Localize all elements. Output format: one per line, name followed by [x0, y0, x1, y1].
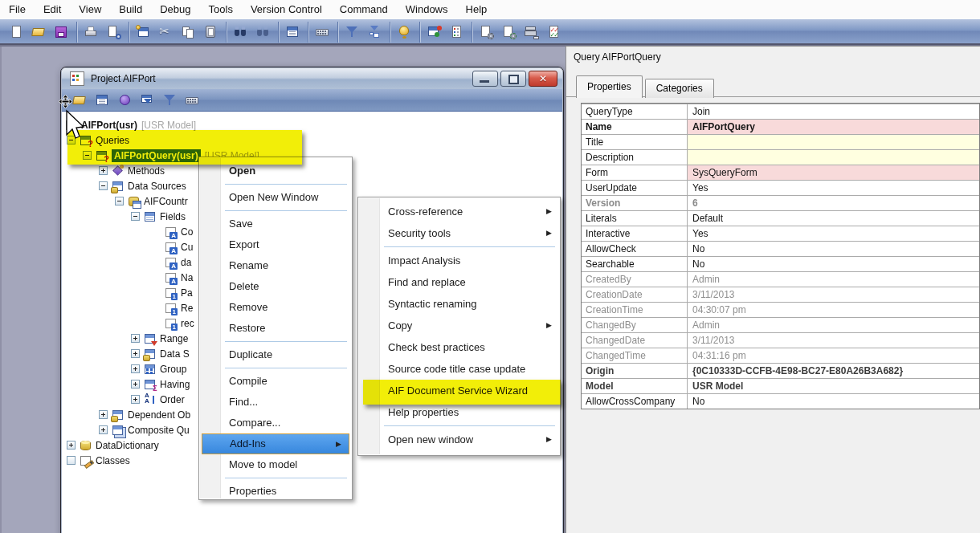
copy-button[interactable] [178, 22, 198, 43]
menu-item-remove[interactable]: Remove [200, 297, 351, 318]
alert-button[interactable] [390, 22, 414, 43]
menu-item-add-ins[interactable]: Add-Ins ▶ [202, 433, 349, 454]
paste-button[interactable] [200, 22, 221, 43]
submenu-item-copy[interactable]: Copy ▶ [359, 315, 559, 336]
server-queue-button[interactable] [521, 22, 541, 43]
expand-toggle-icon[interactable] [67, 441, 76, 450]
property-row[interactable]: CreationTime 04:30:07 pm [582, 302, 979, 317]
best-practices-button[interactable] [543, 22, 564, 43]
menu-version-control[interactable]: Version Control [242, 0, 331, 15]
submenu-item-impact-analysis[interactable]: Impact Analysis [359, 250, 559, 271]
print-preview-button[interactable] [103, 22, 124, 43]
menu-command[interactable]: Command [331, 0, 397, 15]
expand-toggle-icon[interactable] [99, 181, 108, 190]
filter-button[interactable] [337, 22, 362, 43]
expand-toggle-icon[interactable] [131, 212, 140, 221]
submenu-item-help-properties[interactable]: Help properties [359, 401, 559, 423]
property-row[interactable]: CreatedBy Admin [582, 271, 979, 287]
editor-button[interactable] [278, 22, 303, 43]
menu-item-move-to-model[interactable]: Move to model [200, 454, 351, 475]
property-row[interactable]: Name AIFPortQuery [582, 119, 979, 134]
keyboard-button[interactable] [308, 22, 333, 43]
menu-item-open-new-window[interactable]: Open New Window [200, 187, 351, 208]
menu-item-find[interactable]: Find... [200, 392, 351, 413]
expand-toggle-icon[interactable] [131, 380, 140, 389]
open-button[interactable] [28, 22, 49, 43]
properties-list-button[interactable] [446, 22, 467, 43]
proj-keyboard-button[interactable] [182, 90, 202, 111]
close-button[interactable] [529, 71, 557, 87]
debugger-button[interactable] [419, 22, 444, 43]
proj-compile-button[interactable] [114, 90, 135, 111]
submenu-item-source-code-title-case-update[interactable]: Source code title case update [359, 358, 559, 380]
property-row[interactable]: Description [582, 149, 979, 165]
property-row[interactable]: Version 6 [582, 195, 979, 210]
property-row[interactable]: UserUpdate Yes [582, 180, 979, 195]
new-window-button[interactable] [129, 22, 153, 43]
tab-properties[interactable]: Properties [576, 75, 643, 98]
new-button[interactable] [6, 22, 27, 43]
find-next-button[interactable] [252, 22, 273, 43]
menu-item-export[interactable]: Export [200, 234, 351, 255]
menu-item-restore[interactable]: Restore [200, 318, 351, 339]
menu-item-compile[interactable]: Compile [200, 371, 351, 392]
proj-filter-button[interactable] [159, 90, 180, 111]
property-row[interactable]: ChangedTime 04:31:16 pm [582, 348, 979, 363]
property-row[interactable]: Interactive Yes [582, 226, 979, 241]
property-row[interactable]: Form SysQueryForm [582, 165, 979, 180]
expand-toggle-icon[interactable] [131, 349, 140, 358]
menu-item-rename[interactable]: Rename [200, 255, 351, 276]
property-row[interactable]: ChangedDate 3/11/2013 [582, 332, 979, 348]
property-row[interactable]: Searchable No [582, 256, 979, 271]
gear-document-button[interactable] [472, 22, 496, 43]
expand-toggle-icon[interactable] [67, 456, 76, 465]
expand-toggle-icon[interactable] [131, 395, 140, 404]
expand-toggle-icon[interactable] [99, 425, 108, 434]
save-button[interactable] [51, 22, 71, 43]
menu-edit[interactable]: Edit [35, 0, 70, 15]
submenu-item-syntactic-renaming[interactable]: Syntactic renaming [359, 293, 559, 315]
submenu-item-find-and-replace[interactable]: Find and replace [359, 271, 559, 293]
expand-toggle-icon[interactable] [131, 334, 140, 343]
proj-editor-button[interactable] [92, 90, 112, 111]
menu-windows[interactable]: Windows [397, 0, 457, 15]
print-button[interactable] [76, 22, 101, 43]
menu-tools[interactable]: Tools [200, 0, 242, 15]
menu-item-delete[interactable]: Delete [200, 276, 351, 297]
menu-build[interactable]: Build [110, 0, 151, 15]
property-row[interactable]: QueryType Join [582, 104, 979, 119]
expand-toggle-icon[interactable] [99, 410, 108, 419]
submenu-item-cross-reference[interactable]: Cross-reference ▶ [359, 201, 559, 222]
proj-export-button[interactable] [137, 90, 157, 111]
expand-toggle-icon[interactable] [115, 197, 124, 205]
menu-view[interactable]: View [70, 0, 110, 15]
expand-toggle-icon[interactable] [99, 166, 108, 175]
property-row[interactable]: ChangedBy Admin [582, 317, 979, 332]
menu-help[interactable]: Help [457, 0, 496, 15]
project-window-titlebar[interactable]: Project AIFPort [62, 68, 562, 89]
menu-item-save[interactable]: Save [200, 214, 351, 234]
expand-toggle-icon[interactable] [131, 364, 140, 373]
property-row[interactable]: AllowCrossCompany No [582, 393, 979, 409]
tab-categories[interactable]: Categories [645, 79, 714, 98]
menu-debug[interactable]: Debug [151, 0, 199, 15]
gear-document-green-button[interactable] [498, 22, 519, 43]
find-button[interactable] [226, 22, 251, 43]
property-row[interactable]: Model USR Model [582, 378, 979, 393]
menu-item-duplicate[interactable]: Duplicate [200, 344, 351, 365]
menu-file[interactable]: File [0, 0, 35, 15]
filter-sort-button[interactable] [364, 22, 385, 43]
restore-button[interactable] [500, 71, 526, 87]
property-row[interactable]: AllowCheck No [582, 241, 979, 256]
cut-button[interactable] [155, 22, 176, 43]
menu-item-properties[interactable]: Properties [200, 481, 351, 502]
property-row[interactable]: Origin {0C10333D-CCFB-4E98-BC27-E80A26B3… [582, 363, 979, 378]
property-row[interactable]: CreationDate 3/11/2013 [582, 287, 979, 302]
property-row[interactable]: Title [582, 134, 979, 149]
minimize-button[interactable] [472, 71, 498, 87]
submenu-item-check-best-practices[interactable]: Check best practices [359, 336, 559, 358]
submenu-item-security-tools[interactable]: Security tools ▶ [359, 222, 559, 244]
submenu-item-open-new-window[interactable]: Open new window ▶ [359, 429, 559, 450]
property-row[interactable]: Literals Default [582, 210, 979, 226]
menu-item-compare[interactable]: Compare... [200, 413, 351, 433]
